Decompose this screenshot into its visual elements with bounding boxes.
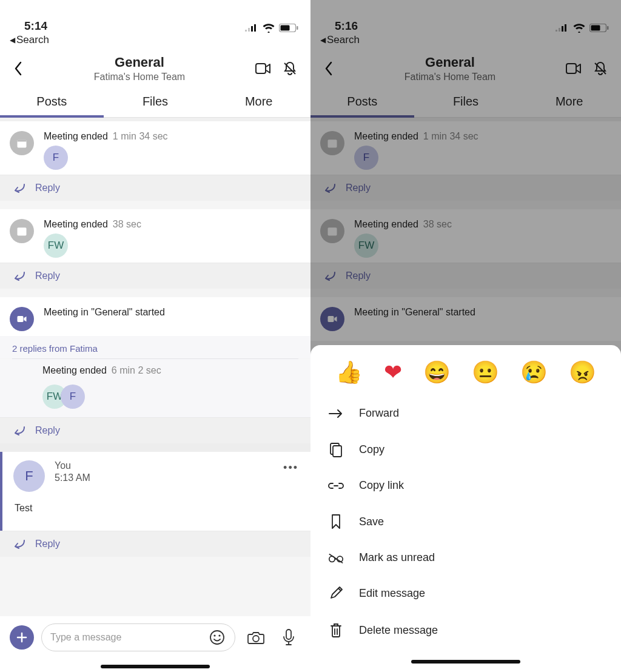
meeting-ended-label: Meeting ended38 sec [44, 219, 141, 230]
tab-more[interactable]: More [207, 87, 310, 117]
video-icon [255, 62, 271, 75]
reply-label: Reply [35, 425, 60, 436]
wifi-icon [572, 23, 586, 33]
action-edit[interactable]: Edit message [310, 575, 621, 611]
action-copy-link[interactable]: Copy link [310, 468, 621, 503]
svg-rect-7 [256, 64, 266, 73]
cellular-icon [245, 24, 258, 32]
user-message-post[interactable]: ••• F You 5:13 AM Test [0, 452, 310, 531]
action-save[interactable]: Save [310, 503, 621, 540]
message-input[interactable]: Type a message [41, 623, 235, 651]
message-action-sheet: 👍 ❤ 😄 😐 😢 😠 Forward Copy Copy link Save … [310, 345, 621, 672]
reply-button[interactable]: Reply [0, 531, 310, 557]
team-name: Fatima's Home Team [340, 72, 560, 82]
back-button[interactable] [7, 61, 29, 76]
reaction-laugh[interactable]: 😄 [423, 360, 451, 385]
pencil-icon [327, 586, 344, 600]
reaction-angry[interactable]: 😠 [569, 360, 596, 385]
action-mark-unread[interactable]: Mark as unread [310, 540, 621, 575]
action-label: Copy [359, 443, 384, 456]
sender-avatar: F [13, 460, 45, 492]
battery-icon [589, 24, 609, 32]
add-button[interactable] [10, 625, 34, 650]
bell-off-icon [592, 61, 608, 76]
action-label: Mark as unread [359, 551, 435, 564]
meeting-ended-label: Meeting ended38 sec [354, 219, 452, 230]
channel-tabs: Posts Files More [310, 87, 621, 118]
message-composer: Type a message [0, 616, 310, 654]
message-more-button[interactable]: ••• [283, 462, 298, 474]
svg-rect-5 [281, 25, 290, 31]
tab-files[interactable]: Files [104, 87, 207, 117]
meeting-ended-post[interactable]: Meeting ended38 sec FW [0, 209, 310, 263]
input-placeholder: Type a message [50, 632, 202, 643]
status-icons [245, 23, 298, 33]
reaction-sad[interactable]: 😢 [520, 360, 548, 385]
reply-arrow-icon [323, 183, 336, 193]
meeting-started-post: Meeting in "General" started [310, 297, 621, 341]
home-indicator [101, 665, 210, 668]
attendee-avatar: F [61, 385, 85, 409]
post-gap [0, 289, 310, 297]
reply-button[interactable]: Reply [0, 417, 310, 443]
message-body: Test [2, 503, 310, 531]
calendar-icon [10, 131, 34, 155]
reply-label: Reply [35, 183, 60, 193]
chevron-left-icon [324, 61, 334, 76]
svg-rect-2 [251, 26, 253, 32]
posts-feed[interactable]: Meeting ended1 min 34 sec F Reply Meetin… [0, 121, 310, 616]
status-time: 5:14 [12, 19, 47, 33]
action-label: Delete message [359, 624, 438, 637]
svg-rect-6 [297, 26, 298, 30]
reply-button[interactable]: Reply [0, 263, 310, 289]
camera-icon [247, 630, 265, 645]
svg-rect-28 [328, 227, 337, 235]
svg-rect-25 [566, 64, 576, 73]
channel-name: General [340, 55, 560, 70]
status-bar: 5:16 [310, 0, 621, 34]
reaction-like[interactable]: 👍 [335, 360, 363, 385]
tab-posts[interactable]: Posts [0, 87, 104, 117]
channel-tabs: Posts Files More [0, 87, 310, 118]
back-to-search[interactable]: ◀ Search [0, 34, 310, 51]
attendee-avatar: FW [354, 234, 378, 258]
action-copy[interactable]: Copy [310, 431, 621, 468]
action-delete[interactable]: Delete message [310, 611, 621, 649]
screenshot-right: 5:16 ◀ Search General Fatima's Home Team… [310, 0, 621, 672]
svg-rect-1 [248, 28, 250, 32]
back-triangle-icon: ◀ [10, 36, 15, 44]
message-time: 5:13 AM [55, 472, 90, 483]
action-forward[interactable]: Forward [310, 396, 621, 431]
meeting-started-post[interactable]: Meeting in "General" started [0, 297, 310, 336]
reply-label: Reply [35, 539, 60, 549]
reply-label: Reply [35, 270, 60, 281]
meet-now-button[interactable] [250, 62, 277, 75]
reply-button[interactable]: Reply [0, 175, 310, 201]
svg-rect-3 [254, 24, 256, 32]
back-button [318, 61, 340, 76]
svg-rect-27 [328, 139, 337, 147]
tab-posts: Posts [310, 87, 414, 117]
svg-rect-0 [245, 30, 247, 32]
emoji-button[interactable] [208, 630, 226, 645]
notifications-button[interactable] [277, 61, 303, 76]
back-to-search[interactable]: ◀ Search [310, 34, 621, 51]
replies-summary[interactable]: 2 replies from Fatima [0, 336, 310, 358]
status-bar: 5:14 [0, 0, 310, 34]
microphone-button[interactable] [277, 628, 301, 647]
reply-button: Reply [310, 175, 621, 201]
channel-name: General [29, 55, 250, 70]
camera-button[interactable] [243, 630, 269, 645]
header-titles: General Fatima's Home Team [29, 55, 250, 82]
reaction-heart[interactable]: ❤ [384, 360, 402, 385]
reply-arrow-icon [12, 183, 25, 193]
reaction-surprised[interactable]: 😐 [472, 360, 499, 385]
trash-icon [327, 622, 344, 638]
svg-rect-21 [565, 24, 566, 32]
battery-icon [279, 24, 298, 32]
meeting-ended-post[interactable]: Meeting ended1 min 34 sec F [0, 121, 310, 175]
meet-now-button [560, 62, 587, 75]
attendee-avatar: F [354, 146, 378, 170]
channel-header: General Fatima's Home Team [310, 51, 621, 87]
thread-sub-reply: Meeting ended6 min 2 sec FW F [0, 359, 310, 417]
